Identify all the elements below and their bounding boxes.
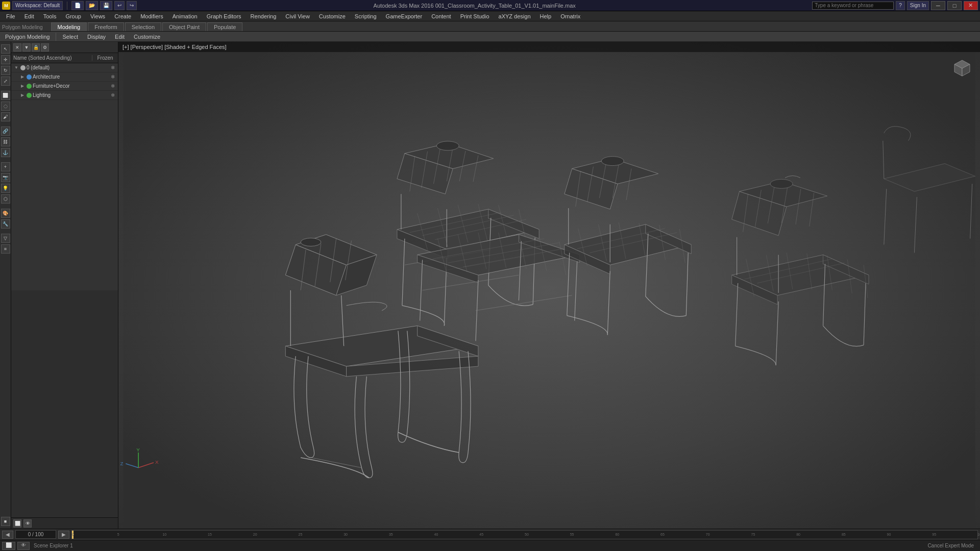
se-color-furniture bbox=[27, 84, 32, 89]
se-close-btn[interactable]: ✕ bbox=[13, 43, 21, 52]
scale-tool[interactable]: ⤢ bbox=[1, 77, 10, 86]
tick-65: 65 bbox=[660, 533, 665, 536]
tick-90: 90 bbox=[887, 533, 891, 536]
menu-animation[interactable]: Animation bbox=[168, 12, 202, 20]
menu-axyz-design[interactable]: aXYZ design bbox=[495, 12, 535, 20]
helper-tool[interactable]: + bbox=[1, 162, 10, 171]
tab-modeling[interactable]: Modeling bbox=[51, 22, 87, 31]
menu-group[interactable]: Group bbox=[61, 12, 85, 20]
menu-civil-view[interactable]: Civil View bbox=[281, 12, 313, 20]
lasso-select[interactable]: ◌ bbox=[1, 102, 10, 111]
bind-tool[interactable]: ⚓ bbox=[1, 148, 10, 157]
help-btn[interactable]: ? bbox=[896, 1, 905, 10]
menu-file[interactable]: File bbox=[2, 12, 19, 20]
light-tool[interactable]: 💡 bbox=[1, 184, 10, 193]
rotate-tool[interactable]: ↻ bbox=[1, 66, 10, 75]
se-filter-btn[interactable]: ▼ bbox=[22, 43, 31, 52]
se-expand-default[interactable]: ▼ bbox=[13, 65, 19, 71]
workspace-dropdown[interactable]: Workspace: Default bbox=[12, 1, 63, 10]
menu-help[interactable]: Help bbox=[536, 12, 556, 20]
save-btn[interactable]: 💾 bbox=[100, 1, 112, 10]
toolbar-tabs: Polygon Modeling ModelingFreeformSelecti… bbox=[0, 21, 980, 32]
search-input[interactable] bbox=[812, 2, 894, 10]
sub-toolbar: Polygon ModelingSelectDisplayEditCustomi… bbox=[0, 32, 980, 42]
move-tool[interactable]: ✛ bbox=[1, 55, 10, 64]
tick-30: 30 bbox=[344, 533, 348, 536]
se-col-name[interactable]: Name (Sorted Ascending) bbox=[11, 55, 92, 61]
menu-tools[interactable]: Tools bbox=[39, 12, 61, 20]
timeline-next[interactable]: ▶ bbox=[58, 531, 69, 539]
titlebar-right: ? Sign In ─ □ ✕ bbox=[812, 1, 978, 10]
sub-toolbar-edit[interactable]: Edit bbox=[112, 34, 128, 40]
se-item-furniture[interactable]: ▶Furniture+Decor❄ bbox=[11, 82, 118, 91]
tab-freeform[interactable]: Freeform bbox=[88, 22, 124, 31]
se-item-lighting[interactable]: ▶Lighting❄ bbox=[11, 91, 118, 100]
menu-views[interactable]: Views bbox=[86, 12, 109, 20]
tick-100: 100 bbox=[977, 533, 980, 536]
menu-create[interactable]: Create bbox=[110, 12, 135, 20]
new-btn[interactable]: 📄 bbox=[71, 1, 84, 10]
signin-btn[interactable]: Sign In bbox=[907, 1, 929, 10]
bottombar-explorer-btn[interactable]: ⬜ bbox=[2, 542, 15, 550]
timeline-prev[interactable]: ◀ bbox=[2, 531, 13, 539]
filter-tool[interactable]: ▽ bbox=[1, 234, 10, 243]
sub-toolbar-customize[interactable]: Customize bbox=[131, 34, 163, 40]
scene-explorer-panel: ✕ ▼ 🔒 ⚙ Name (Sorted Ascending) Frozen ▼… bbox=[11, 42, 118, 529]
tab-populate[interactable]: Populate bbox=[207, 22, 242, 31]
se-lock-btn[interactable]: 🔒 bbox=[32, 43, 40, 52]
menu-print-studio[interactable]: Print Studio bbox=[456, 12, 494, 20]
bottom-tool[interactable]: ■ bbox=[1, 517, 10, 526]
se-col-frozen[interactable]: Frozen bbox=[92, 55, 118, 61]
tick-80: 80 bbox=[796, 533, 800, 536]
paint-select[interactable]: 🖌 bbox=[1, 112, 10, 121]
open-btn[interactable]: 📂 bbox=[86, 1, 98, 10]
se-settings-btn[interactable]: ⚙ bbox=[41, 43, 49, 52]
scene-3d: X Y Z bbox=[118, 42, 980, 529]
se-toolbar: ✕ ▼ 🔒 ⚙ bbox=[11, 42, 118, 53]
timeline-track[interactable]: 0510152025303540455055606570758085909510… bbox=[71, 530, 978, 539]
sub-toolbar-display[interactable]: Display bbox=[84, 34, 109, 40]
redo-btn[interactable]: ↪ bbox=[127, 1, 137, 10]
close-btn[interactable]: ✕ bbox=[964, 1, 978, 10]
se-item-architecture[interactable]: ▶Architecture❄ bbox=[11, 72, 118, 82]
undo-btn[interactable]: ↩ bbox=[114, 1, 125, 10]
menu-game-exporter[interactable]: GameExporter bbox=[382, 12, 427, 20]
camera-tool[interactable]: 📷 bbox=[1, 173, 10, 182]
unlink-tool[interactable]: ⛓ bbox=[1, 137, 10, 146]
menu-modifiers[interactable]: Modifiers bbox=[136, 12, 167, 20]
se-list: ▼0 (default)❄▶Architecture❄▶Furniture+De… bbox=[11, 63, 118, 290]
bottombar: ⬜ 👁 Scene Explorer 1 Cancel Expert Mode bbox=[0, 540, 980, 551]
modifier-tool[interactable]: 🔧 bbox=[1, 219, 10, 229]
viewport[interactable]: [+] [Perspective] [Shaded + Edged Faces] bbox=[118, 42, 980, 529]
extra-tool[interactable]: ≡ bbox=[1, 244, 10, 254]
menu-edit[interactable]: Edit bbox=[20, 12, 38, 20]
menu-ornatrix[interactable]: Ornatrix bbox=[556, 12, 584, 20]
se-expand-architecture[interactable]: ▶ bbox=[19, 74, 26, 80]
se-name-default: 0 (default) bbox=[27, 65, 109, 70]
se-name-lighting: Lighting bbox=[33, 92, 109, 98]
minimize-btn[interactable]: ─ bbox=[931, 1, 945, 10]
bottombar-panel-btn[interactable]: 👁 bbox=[17, 542, 30, 550]
box-select[interactable]: ⬜ bbox=[1, 91, 10, 100]
se-item-default[interactable]: ▼0 (default)❄ bbox=[11, 63, 118, 72]
link-tool[interactable]: 🔗 bbox=[1, 127, 10, 136]
sub-toolbar-select[interactable]: Select bbox=[59, 34, 81, 40]
menu-rendering[interactable]: Rendering bbox=[247, 12, 281, 20]
se-expand-lighting[interactable]: ▶ bbox=[19, 92, 26, 98]
maximize-btn[interactable]: □ bbox=[947, 1, 962, 10]
select-tool[interactable]: ↖ bbox=[1, 44, 10, 54]
tab-object-paint[interactable]: Object Paint bbox=[162, 22, 206, 31]
geometry-tool[interactable]: ⬡ bbox=[1, 194, 10, 204]
menu-scripting[interactable]: Scripting bbox=[351, 12, 381, 20]
svg-point-26 bbox=[436, 141, 459, 151]
se-footer-btn2[interactable]: 👁 bbox=[23, 519, 32, 528]
se-footer-btn1[interactable]: ⬜ bbox=[13, 519, 21, 528]
material-tool[interactable]: 🎨 bbox=[1, 209, 10, 218]
se-color-default bbox=[20, 65, 26, 70]
menu-graph-editors[interactable]: Graph Editors bbox=[203, 12, 246, 20]
menu-content[interactable]: Content bbox=[427, 12, 455, 20]
se-expand-furniture[interactable]: ▶ bbox=[19, 83, 26, 89]
menu-customize[interactable]: Customize bbox=[315, 12, 350, 20]
tab-selection[interactable]: Selection bbox=[125, 22, 161, 31]
viewport-cube[interactable] bbox=[949, 54, 975, 80]
